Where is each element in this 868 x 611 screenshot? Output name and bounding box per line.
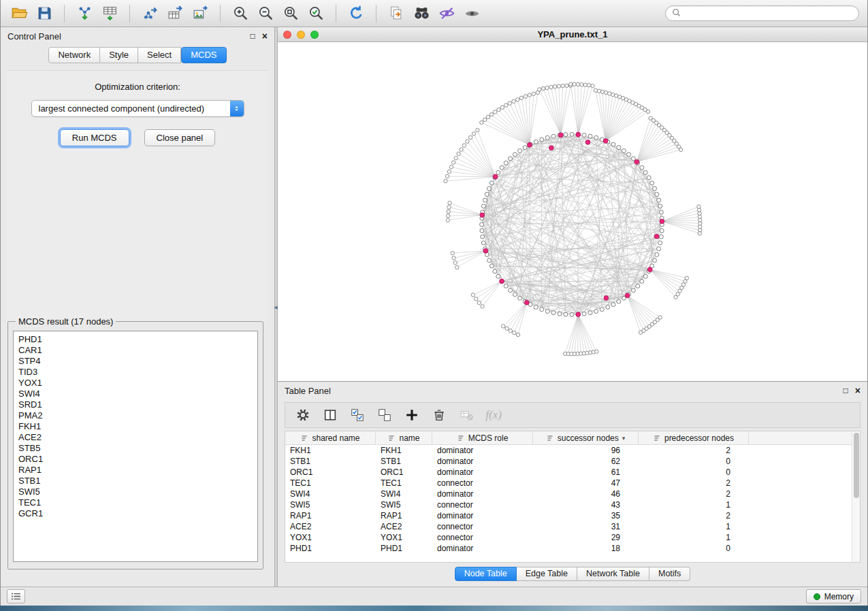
cell[interactable]: connector: [432, 521, 533, 532]
table-row[interactable]: PHD1PHD1dominator180: [285, 543, 860, 554]
show-graphics-details-icon[interactable]: [462, 3, 482, 24]
table-scrollbar[interactable]: [852, 431, 860, 562]
mcds-result-item[interactable]: TEC1: [18, 497, 257, 508]
cell[interactable]: 2: [639, 510, 749, 521]
cell[interactable]: 2: [639, 489, 749, 499]
close-table-panel-icon[interactable]: ×: [855, 386, 861, 395]
zoom-in-icon[interactable]: [230, 3, 251, 24]
cell[interactable]: 61: [533, 467, 639, 478]
mcds-result-item[interactable]: STB5: [18, 443, 257, 454]
cell[interactable]: 46: [533, 489, 639, 499]
float-table-panel-icon[interactable]: □: [843, 386, 848, 395]
cell[interactable]: ORC1: [376, 467, 432, 478]
import-table-icon[interactable]: [99, 3, 120, 24]
tab-edge-table[interactable]: Edge Table: [517, 567, 577, 581]
search-box[interactable]: [665, 5, 859, 21]
memory-button[interactable]: Memory: [806, 589, 861, 604]
cell[interactable]: 1: [639, 521, 749, 532]
table-scrollbar-thumb[interactable]: [854, 433, 859, 498]
maximize-window-icon[interactable]: [310, 31, 319, 39]
task-history-button[interactable]: [7, 589, 25, 604]
float-panel-icon[interactable]: □: [251, 32, 255, 40]
cell[interactable]: SWI4: [376, 489, 432, 499]
mcds-result-item[interactable]: CAR1: [18, 345, 257, 356]
cell[interactable]: STB1: [376, 456, 432, 467]
cell[interactable]: SWI5: [376, 499, 432, 510]
mcds-result-item[interactable]: GCR1: [18, 508, 257, 519]
table-row[interactable]: TEC1TEC1connector472: [285, 478, 860, 489]
cell[interactable]: dominator: [432, 445, 533, 456]
mcds-result-item[interactable]: RAP1: [18, 465, 257, 476]
add-row-icon[interactable]: [402, 406, 421, 425]
cell[interactable]: RAP1: [376, 510, 432, 521]
mcds-result-item[interactable]: SWI4: [18, 389, 257, 399]
close-panel-button[interactable]: Close panel: [144, 129, 216, 146]
table-row[interactable]: FKH1FKH1dominator962: [285, 445, 860, 456]
settings-icon[interactable]: [293, 406, 312, 425]
table-row[interactable]: STB1STB1dominator620: [285, 456, 860, 467]
cell[interactable]: SWI5: [285, 499, 376, 510]
cell[interactable]: connector: [432, 499, 533, 510]
delete-row-icon[interactable]: [430, 406, 449, 425]
cell[interactable]: dominator: [432, 543, 533, 554]
zoom-out-icon[interactable]: [255, 3, 276, 24]
cell[interactable]: 1: [639, 499, 749, 510]
tab-network[interactable]: Network: [48, 47, 100, 63]
table-row[interactable]: SWI4SWI4dominator462: [285, 489, 860, 499]
tab-select[interactable]: Select: [138, 47, 181, 63]
column-header-MCDS-role[interactable]: MCDS role: [432, 431, 533, 444]
export-table-icon[interactable]: [165, 3, 185, 24]
mcds-result-item[interactable]: PMA2: [18, 410, 257, 421]
cell[interactable]: FKH1: [376, 445, 432, 456]
cell[interactable]: ORC1: [285, 467, 376, 478]
search-input[interactable]: [681, 9, 852, 18]
import-network-icon[interactable]: [74, 3, 95, 24]
cell[interactable]: 96: [533, 445, 639, 456]
cell[interactable]: dominator: [432, 489, 533, 499]
mcds-result-item[interactable]: FKH1: [18, 421, 257, 432]
tab-motifs[interactable]: Motifs: [649, 567, 690, 581]
cell[interactable]: ACE2: [376, 521, 432, 532]
close-window-icon[interactable]: [283, 31, 291, 39]
cell[interactable]: RAP1: [285, 510, 376, 521]
cell[interactable]: ACE2: [285, 521, 376, 532]
cell[interactable]: connector: [432, 532, 533, 543]
find-icon[interactable]: [411, 3, 432, 24]
zoom-fit-icon[interactable]: [280, 3, 301, 24]
mcds-result-item[interactable]: ORC1: [18, 454, 257, 465]
refresh-layout-icon[interactable]: [346, 3, 366, 24]
cell[interactable]: dominator: [432, 467, 533, 478]
cell[interactable]: 0: [639, 467, 749, 478]
tab-node-table[interactable]: Node Table: [455, 567, 517, 581]
table-row[interactable]: ACE2ACE2connector311: [285, 521, 860, 532]
table-row[interactable]: SWI5SWI5connector431: [285, 499, 860, 510]
cell[interactable]: 31: [533, 521, 639, 532]
column-header-predecessor-nodes[interactable]: predecessor nodes: [639, 431, 749, 444]
column-header-shared-name[interactable]: shared name: [285, 431, 376, 444]
save-session-icon[interactable]: [34, 3, 54, 24]
cell[interactable]: 1: [639, 532, 749, 543]
cell[interactable]: SWI4: [285, 489, 376, 499]
cell[interactable]: connector: [432, 478, 533, 489]
cell[interactable]: PHD1: [285, 543, 376, 554]
export-image-icon[interactable]: [190, 3, 210, 24]
open-file-icon[interactable]: [9, 3, 29, 24]
cell[interactable]: TEC1: [376, 478, 432, 489]
tab-style[interactable]: Style: [100, 47, 138, 63]
mcds-result-item[interactable]: TID3: [18, 367, 257, 378]
column-menu-icon[interactable]: ▾: [622, 435, 626, 442]
cell[interactable]: 0: [639, 543, 749, 554]
cell[interactable]: 0: [639, 456, 749, 467]
close-panel-icon[interactable]: ×: [262, 32, 268, 40]
table-row[interactable]: YOX1YOX1connector291: [285, 532, 860, 543]
cell[interactable]: 62: [533, 456, 639, 467]
cell[interactable]: 29: [533, 532, 639, 543]
mcds-result-item[interactable]: SWI5: [18, 486, 257, 497]
cell[interactable]: 35: [533, 510, 639, 521]
run-mcds-button[interactable]: Run MCDS: [60, 129, 129, 146]
network-titlebar[interactable]: YPA_prune.txt_1: [278, 27, 867, 42]
zoom-selected-icon[interactable]: [306, 3, 326, 24]
column-header-successor-nodes[interactable]: successor nodes▾: [533, 431, 639, 444]
cell[interactable]: 2: [639, 445, 749, 456]
filter-icon[interactable]: [436, 3, 457, 24]
